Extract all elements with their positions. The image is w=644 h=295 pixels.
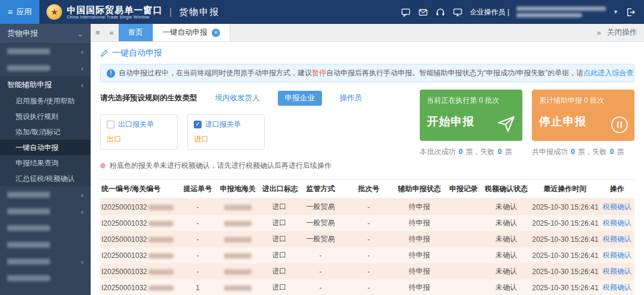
redacted-label [7,208,50,214]
rule-type-prompt: 请先选择预设规则的生效类型 [100,93,197,103]
export-card-label: 出口报关单 [118,119,154,130]
page-title: 一键自动申报 [100,48,634,59]
sidebar-group-smart-assist-declare[interactable]: 智能辅助申报‹ [0,76,91,93]
redacted-label [7,192,50,198]
redacted-id-suffix [148,253,174,259]
tab-one-click-auto-declare[interactable]: 一键自动申报 × [153,24,230,41]
import-checkbox-checked[interactable] [194,121,202,128]
sidebar-item-redacted[interactable] [0,220,91,236]
column-header: 税额确认状态 [482,180,531,199]
sidebar-menu: ‹‹智能辅助申报‹启用服务/使用帮助预设执行规则添加/取消标记一键自动申报申报结… [0,43,91,287]
import-declaration-card[interactable]: 进口报关单 进口 [187,114,265,150]
divider: | [169,7,172,17]
export-tag: 出口 [107,134,171,145]
headset-icon[interactable] [435,7,445,17]
chevron-left-icon: ‹ [81,190,83,199]
redacted-id-suffix [148,285,174,291]
rule-type-row: 请先选择预设规则的生效类型 境内收发货人 申报企业 操作员 [100,91,410,106]
table-row: I20250001032-进口一般贸易-待申报未确认2025-10-30 15:… [100,215,634,231]
single-window-logo-icon: ★ [47,4,62,20]
sidebar-header-cargo-declaration[interactable]: 货物申报 ⌄ [0,24,91,43]
option-domestic-consignee[interactable]: 境内收发货人 [215,93,260,103]
pink-dot-icon [100,163,106,168]
table-header-row: 统一编号/海关编号提运单号申报地海关进出口标志监管方式批次号辅助申报状态申报记录… [100,180,634,199]
redacted-id-suffix [148,269,174,275]
logout-icon[interactable] [626,7,636,17]
import-tag: 进口 [194,134,258,145]
tax-confirm-link[interactable]: 税额确认 [603,267,631,275]
brand: ★ 中国国际贸易单一窗口 China International Trade S… [47,4,162,20]
redacted-id-suffix [148,221,174,226]
sidebar-header-label: 货物申报 [7,28,38,39]
mail-icon[interactable] [418,7,428,17]
apps-button-label: 应用 [16,7,32,17]
tax-confirm-link[interactable]: 税额确认 [603,235,631,243]
chevron-left-icon: ‹ [81,207,83,216]
pink-row-note: 粉底色的报关单未进行税额确认，请先进行税额确认后再进行后续操作 [100,161,410,171]
sidebar-subitem[interactable]: 申报结果查询 [0,155,91,171]
sidebar-item-redacted[interactable] [0,270,91,287]
pause-icon [611,116,628,134]
table-body: I20250001032-进口一般贸易-待申报未确认2025-10-30 15:… [100,199,634,295]
tax-confirm-link[interactable]: 税额确认 [603,283,631,291]
close-tab-icon[interactable]: × [212,29,220,37]
tab-list-icon[interactable]: ≡ [91,24,105,41]
sidebar-item-redacted[interactable]: ‹ [0,186,91,203]
monitor-icon[interactable] [453,7,463,17]
scroll-tabs-left-icon[interactable]: « [105,24,119,41]
table-row: I202500010321进口--待申报未确认2025-10-30 15:26:… [100,279,634,295]
caret-down-icon[interactable]: ▼ [613,9,618,15]
tab-home-label: 首页 [128,27,143,38]
export-declaration-card[interactable]: 出口报关单 出口 [100,114,178,150]
redacted-id-suffix [148,205,174,210]
apps-button[interactable]: ≡ 应用 [0,0,39,24]
operator-role-label: 企业操作员 | [470,7,509,17]
redacted-customs-name [224,205,252,210]
option-operator[interactable]: 操作员 [340,93,363,103]
module-title: 货物申报 [179,7,219,18]
sidebar-item-redacted[interactable]: ‹ [0,253,91,270]
stop-declare-button[interactable]: 累计辅助申报 0 批次 停止申报 [532,90,634,141]
brand-title: 中国国际贸易单一窗口 [67,5,162,15]
comprehensive-query-link[interactable]: 点此进入综合查询 [583,69,634,77]
sidebar-subitem[interactable]: 预设执行规则 [0,109,91,124]
app-window: ≡ 应用 ★ 中国国际贸易单一窗口 China International Tr… [0,0,644,295]
column-header: 申报记录 [445,180,482,199]
sidebar-subitem[interactable]: 添加/取消标记 [0,124,91,140]
redacted-label [7,259,50,265]
table-row: I20250001032-进口--待申报未确认2025-10-30 15:26:… [100,263,634,279]
tax-confirm-link[interactable]: 税额确认 [603,251,631,259]
column-header: 提运单号 [180,180,215,199]
sidebar-subitem[interactable]: 汇总征税/税额确认 [0,171,91,186]
scroll-tabs-right-icon[interactable]: » [592,24,606,41]
sidebar-item-redacted[interactable]: ‹ [0,203,91,220]
sidebar-subitem[interactable]: 一键自动申报 [0,140,91,155]
import-card-label: 进口报关单 [205,119,241,130]
column-header: 统一编号/海关编号 [100,180,180,199]
tab-home[interactable]: 首页 [119,24,153,41]
message-icon[interactable] [401,7,411,17]
redacted-account-info [516,5,606,19]
sidebar-item-redacted[interactable] [0,236,91,253]
tab-current-label: 一键自动申报 [163,27,208,38]
declarations-table: 统一编号/海关编号提运单号申报地海关进出口标志监管方式批次号辅助申报状态申报记录… [100,179,634,295]
sidebar-subitem[interactable]: 启用服务/使用帮助 [0,93,91,109]
pink-note-text: 粉底色的报关单未进行税额确认，请先进行税额确认后再进行后续操作 [110,161,332,171]
column-header: 操作 [600,180,634,199]
export-checkbox[interactable] [107,121,114,128]
close-operations-button[interactable]: 关闭操作 [606,24,644,41]
topbar-right: 企业操作员 | ▼ [401,5,644,19]
sidebar-item-redacted[interactable]: ‹ [0,60,91,76]
option-declaring-enterprise-selected[interactable]: 申报企业 [278,91,322,106]
notice-text: 自动申报过程中，在当前终端同时使用原手动申报方式，建议暂停自动申报后再执行手动申… [119,68,634,78]
tax-confirm-link[interactable]: 税额确认 [603,219,631,227]
column-header: 申报地海关 [215,180,261,199]
tax-confirm-link[interactable]: 税额确认 [603,202,631,211]
sidebar-item-redacted[interactable]: ‹ [0,43,91,60]
table-row: I20250001032-进口一般贸易-待申报未确认2025-10-30 15:… [100,231,634,247]
redacted-label [7,65,50,71]
control-section: 请先选择预设规则的生效类型 境内收发货人 申报企业 操作员 出口报关单 [100,90,634,171]
redacted-customs-name [224,237,252,242]
start-declare-button[interactable]: 当前正在执行第 0 批次 开始申报 [420,90,522,141]
paper-plane-icon [496,113,516,134]
